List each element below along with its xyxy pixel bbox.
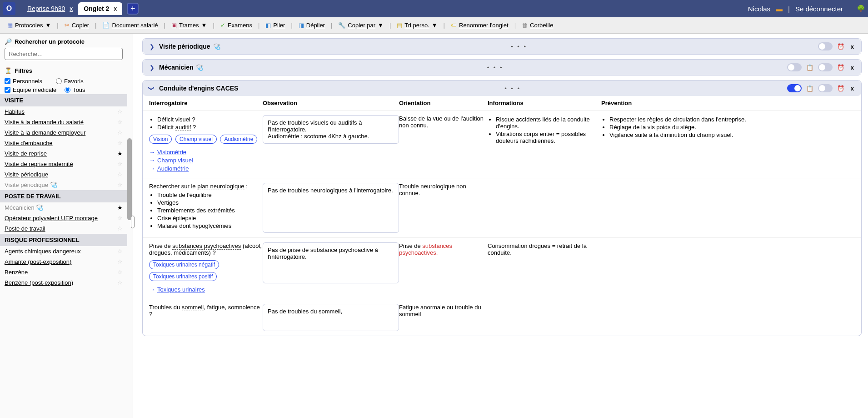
star-icon[interactable]: ☆ — [117, 225, 123, 232]
close-icon[interactable]: x — [114, 5, 117, 12]
deplier-button[interactable]: ◨Déplier — [296, 20, 328, 30]
drag-dots-icon[interactable]: • • • — [511, 43, 527, 50]
tri-perso-menu[interactable]: ▤Tri perso. ▼ — [394, 20, 440, 30]
sidebar-item-label[interactable]: Visite périodique — [5, 171, 48, 178]
chevron-right-icon[interactable]: ❯ — [148, 64, 155, 71]
observation-box[interactable]: Pas de troubles du sommeil, — [263, 304, 399, 331]
scrollbar-thumb[interactable] — [127, 138, 132, 220]
sidebar-item-label[interactable]: Agents chimiques dangereux — [5, 248, 81, 255]
toggle-switch[interactable] — [787, 84, 802, 92]
link-visiometrie[interactable]: Visiométrie — [157, 149, 186, 156]
close-icon[interactable]: x — [70, 5, 73, 12]
sidebar-item-label[interactable]: Opérateur polyvalent UEP montage — [5, 215, 98, 222]
add-tab-button[interactable]: + — [127, 3, 139, 15]
sidebar-item[interactable]: Visite de reprise★ — [0, 148, 127, 159]
protocoles-menu[interactable]: ▦Protocoles ▼ — [5, 20, 54, 30]
sidebar-item[interactable]: Agents chimiques dangereux☆ — [0, 246, 127, 257]
user-link[interactable]: Nicolas — [748, 5, 770, 13]
sidebar-item-label[interactable]: Visite à la demande employeur — [5, 129, 85, 136]
star-icon[interactable]: ☆ — [117, 279, 123, 286]
star-icon[interactable]: ☆ — [117, 269, 123, 276]
sidebar-item[interactable]: Visite d'embauche☆ — [0, 138, 127, 148]
star-icon[interactable]: ☆ — [117, 215, 123, 222]
sidebar-item[interactable]: Visite à la demande employeur☆ — [0, 127, 127, 138]
star-icon[interactable]: ★ — [117, 150, 123, 157]
sidebar-item-label[interactable]: Mécanicien — [5, 204, 35, 211]
observation-box[interactable]: Pas de prise de substance psychoactive à… — [263, 242, 399, 283]
sidebar-item[interactable]: Visite à la demande du salarié☆ — [0, 117, 127, 127]
star-icon[interactable]: ☆ — [117, 248, 123, 255]
tab-reprise[interactable]: Reprise 9h30 x — [22, 2, 78, 15]
toggle-switch[interactable] — [818, 63, 833, 71]
examens-button[interactable]: ✓Examens — [218, 20, 255, 30]
sidebar-item-label[interactable]: Visite de reprise — [5, 150, 47, 157]
star-icon[interactable]: ★ — [117, 204, 123, 211]
chevron-down-icon[interactable]: ❯ — [148, 85, 155, 92]
close-panel-button[interactable]: x — [849, 64, 856, 71]
chip-champ-visuel[interactable]: Champ visuel — [175, 135, 217, 144]
trames-menu[interactable]: ▣Trames ▼ — [169, 20, 210, 30]
close-panel-button[interactable]: x — [849, 85, 856, 92]
chip-audiometrie[interactable]: Audiométrie — [220, 135, 257, 144]
sidebar-item-label[interactable]: Benzène — [5, 269, 28, 276]
search-input[interactable] — [5, 48, 123, 60]
star-icon[interactable]: ☆ — [117, 129, 123, 136]
star-icon[interactable]: ☆ — [117, 119, 123, 126]
sidebar-item-label[interactable]: Visite périodique — [5, 181, 48, 188]
renommer-button[interactable]: 🏷Renommer l'onglet — [448, 20, 511, 30]
resize-handle[interactable] — [131, 216, 135, 228]
sidebar-item[interactable]: Amiante (post-exposition)☆ — [0, 257, 127, 267]
chip-vision[interactable]: Vision — [149, 135, 172, 144]
chip-tox-pos[interactable]: Toxiques urinaires positif — [149, 272, 217, 281]
star-icon[interactable]: ☆ — [117, 258, 123, 265]
chevron-right-icon[interactable]: ❯ — [148, 43, 155, 50]
copier-par-menu[interactable]: 🔧Copier par ▼ — [335, 20, 386, 30]
sidebar-item-label[interactable]: Amiante (post-exposition) — [5, 258, 71, 265]
alarm-icon[interactable]: ⏰ — [837, 64, 844, 71]
sidebar-item-label[interactable]: Visite d'embauche — [5, 140, 53, 146]
plier-button[interactable]: ◧Plier — [263, 20, 288, 30]
link-audiometrie[interactable]: Audiométrie — [157, 165, 189, 172]
copier-button[interactable]: ✂Copier — [62, 20, 92, 30]
star-icon[interactable]: ☆ — [117, 171, 123, 178]
sidebar-item[interactable]: Benzène (post-exposition)☆ — [0, 277, 127, 288]
sidebar-item[interactable]: Visite périodique 🩺☆ — [0, 180, 127, 190]
filter-favoris[interactable]: Favoris — [56, 78, 84, 85]
drag-dots-icon[interactable]: • • • — [504, 85, 521, 92]
star-icon[interactable]: ☆ — [117, 181, 123, 188]
alarm-icon[interactable]: ⏰ — [837, 43, 844, 50]
filter-equipe[interactable]: Equipe medicale — [5, 86, 56, 93]
sidebar-item-label[interactable]: Visite de reprise maternité — [5, 161, 73, 167]
sidebar-item[interactable]: Benzène☆ — [0, 267, 127, 277]
sidebar-item[interactable]: Poste de travail☆ — [0, 223, 127, 234]
toggle-switch[interactable] — [787, 63, 802, 71]
sidebar-item-label[interactable]: Visite à la demande du salarié — [5, 119, 84, 126]
logout-link[interactable]: Se déconnecter — [795, 5, 843, 13]
sidebar-item-label[interactable]: Benzène (post-exposition) — [5, 279, 73, 286]
app-logo[interactable]: O — [3, 2, 15, 15]
link-toxiques[interactable]: Toxiques urinaires — [157, 286, 205, 293]
sidebar-item[interactable]: Visite de reprise maternité☆ — [0, 159, 127, 169]
alarm-icon[interactable]: ⏰ — [837, 85, 844, 92]
corbeille-button[interactable]: 🗑Corbeille — [519, 20, 556, 30]
close-panel-button[interactable]: x — [849, 43, 856, 50]
doc-salarie-button[interactable]: 📄Document salarié — [100, 20, 160, 30]
sidebar-item-label[interactable]: Poste de travail — [5, 225, 45, 232]
observation-box[interactable]: Pas de troubles neurologiques à l'interr… — [263, 183, 399, 233]
star-icon[interactable]: ☆ — [117, 161, 123, 167]
sidebar-item[interactable]: Visite périodique☆ — [0, 169, 127, 180]
sidebar-item[interactable]: Opérateur polyvalent UEP montage☆ — [0, 213, 127, 223]
filter-personnels[interactable]: Personnels — [5, 78, 42, 85]
chip-tox-neg[interactable]: Toxiques urinaires négatif — [149, 260, 219, 269]
filter-tous[interactable]: Tous — [65, 86, 85, 93]
observation-box[interactable]: Pas de troubles visuels ou auditifs à l'… — [263, 115, 399, 144]
star-icon[interactable]: ☆ — [117, 140, 123, 146]
drag-dots-icon[interactable]: • • • — [487, 64, 504, 71]
sidebar-item[interactable]: Mécanicien 🩺★ — [0, 202, 127, 213]
star-icon[interactable]: ☆ — [117, 108, 123, 115]
sidebar-item-label[interactable]: Habitus — [5, 108, 25, 115]
toggle-switch[interactable] — [818, 42, 833, 50]
sidebar-item[interactable]: Habitus☆ — [0, 106, 127, 117]
toggle-switch[interactable] — [818, 84, 833, 92]
tab-onglet2[interactable]: Onglet 2 x — [78, 2, 122, 15]
